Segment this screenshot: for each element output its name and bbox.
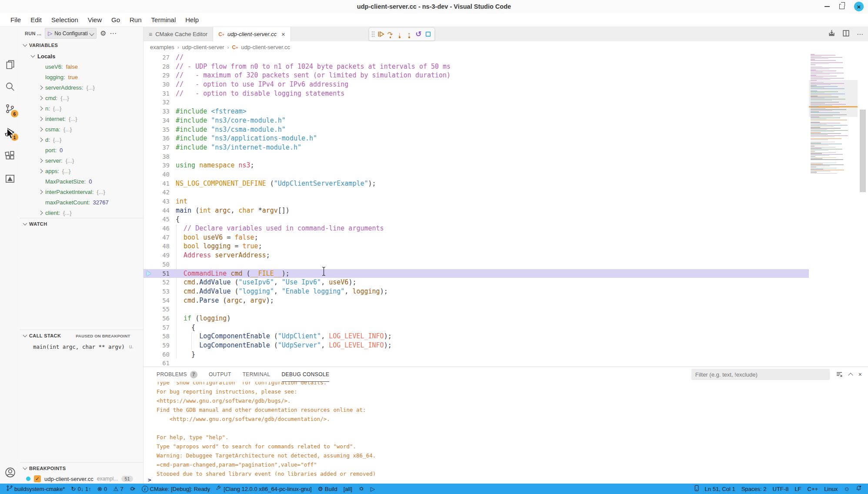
start-debugging-icon[interactable]: ▷ bbox=[48, 30, 52, 37]
breadcrumb-item[interactable]: examples bbox=[150, 44, 174, 50]
menu-help[interactable]: Help bbox=[180, 16, 204, 23]
variable-row[interactable]: serverAddress:{...} bbox=[20, 82, 143, 93]
sidebar-item-cmake[interactable] bbox=[0, 168, 20, 189]
variable-row[interactable]: interPacketInterval:{...} bbox=[20, 187, 143, 197]
more-actions-icon[interactable]: ⋯ bbox=[857, 30, 864, 38]
status-smiley-button[interactable]: ☺ bbox=[841, 484, 853, 494]
minimize-icon[interactable] bbox=[825, 6, 830, 7]
status-bug-button[interactable] bbox=[355, 484, 367, 494]
variable-row[interactable]: logging:true bbox=[20, 72, 143, 82]
close-panel-icon[interactable]: × bbox=[858, 371, 862, 378]
debug-settings-gear-icon[interactable]: ⚙ bbox=[100, 29, 106, 37]
tab-cmake-cache-editor[interactable]: ≡ CMake Cache Editor bbox=[144, 27, 213, 41]
variable-row[interactable]: apps:{...} bbox=[20, 166, 143, 176]
status-0-1[interactable]: ↻0↓ 1↑ bbox=[68, 484, 94, 494]
breakpoints-section-header[interactable]: BREAKPOINTS bbox=[20, 462, 143, 474]
status-cmake-debug-ready[interactable]: iCMake: [Debug]: Ready bbox=[139, 484, 214, 494]
status-all[interactable]: [all] bbox=[341, 484, 355, 494]
variable-row[interactable]: useV6:false bbox=[20, 61, 143, 72]
sidebar-item-extensions[interactable] bbox=[0, 145, 20, 166]
close-tab-icon[interactable]: × bbox=[281, 30, 285, 38]
variable-value: {...} bbox=[69, 116, 77, 122]
status-debug-button[interactable] bbox=[127, 484, 139, 494]
console-prompt[interactable]: > bbox=[148, 477, 151, 483]
variable-row[interactable]: client:{...} bbox=[20, 207, 143, 218]
tab-output[interactable]: OUTPUT bbox=[209, 367, 231, 382]
tab-udp-client-server[interactable]: C+ udp-client-server.cc × bbox=[213, 27, 291, 41]
code-text: main (int argc, char *argv[]) bbox=[170, 206, 290, 215]
call-stack-frame[interactable]: main(int argc, char ** argv) u. bbox=[20, 341, 143, 352]
maximize-panel-icon[interactable] bbox=[849, 372, 852, 377]
variable-row[interactable]: server:{...} bbox=[20, 155, 143, 166]
editor-scrollbar[interactable] bbox=[858, 53, 868, 367]
variables-section-header[interactable]: VARIABLES bbox=[20, 40, 143, 51]
variable-row[interactable]: cmd:{...} bbox=[20, 93, 143, 103]
variable-name: apps: bbox=[45, 168, 59, 174]
debug-more-actions-icon[interactable]: ⋯ bbox=[110, 29, 117, 37]
status-spaces-2[interactable]: Spaces: 2 bbox=[738, 484, 770, 494]
sidebar-item-source-control[interactable]: 6 bbox=[0, 98, 20, 119]
status-build[interactable]: ⚙Build bbox=[315, 484, 341, 494]
continue-button[interactable] bbox=[377, 30, 385, 39]
tab-debug-console[interactable]: DEBUG CONSOLE bbox=[282, 367, 330, 382]
status-device-button[interactable] bbox=[691, 484, 702, 494]
variable-row[interactable]: n:{...} bbox=[20, 103, 143, 113]
menu-run[interactable]: Run bbox=[125, 16, 147, 23]
code-line: 30// - option to use IPv4 or IPv6 addres… bbox=[144, 80, 868, 89]
import-tray-icon[interactable] bbox=[828, 30, 835, 39]
debug-config-dropdown[interactable]: ▷ No Configurati bbox=[45, 28, 97, 39]
status-c++[interactable]: C++ bbox=[805, 484, 821, 494]
watch-section-header[interactable]: WATCH bbox=[20, 218, 143, 230]
sidebar-item-explorer[interactable] bbox=[0, 54, 20, 75]
breakpoint-checkbox[interactable]: ✓ bbox=[34, 475, 41, 482]
status-ln-51-col-1[interactable]: Ln 51, Col 1 bbox=[702, 484, 738, 494]
locals-scope-row[interactable]: Locals bbox=[20, 51, 143, 61]
menu-edit[interactable]: Edit bbox=[26, 16, 47, 23]
stop-button[interactable] bbox=[424, 30, 432, 39]
step-out-button[interactable]: ↑ bbox=[405, 30, 413, 39]
menu-file[interactable]: File bbox=[6, 16, 26, 23]
tab-terminal[interactable]: TERMINAL bbox=[243, 367, 270, 382]
menu-selection[interactable]: Selection bbox=[47, 16, 83, 23]
breadcrumb-item[interactable]: udp-client-server.cc bbox=[241, 44, 290, 50]
variable-row[interactable]: MaxPacketSize:0 bbox=[20, 176, 143, 187]
close-icon[interactable]: × bbox=[854, 2, 864, 11]
line-number: 36 bbox=[155, 134, 170, 143]
status-linux[interactable]: Linux bbox=[821, 484, 841, 494]
account-button[interactable] bbox=[0, 462, 20, 483]
status-lf[interactable]: LF bbox=[791, 484, 804, 494]
minimap[interactable] bbox=[809, 53, 858, 367]
sidebar-item-search[interactable] bbox=[0, 76, 20, 97]
restart-button[interactable]: ↺ bbox=[414, 30, 423, 39]
code-editor[interactable]: 27//28// - UDP flow from n0 to n1 of 102… bbox=[144, 53, 868, 367]
menu-go[interactable]: Go bbox=[107, 16, 125, 23]
status-buildsystem-cmake[interactable]: buildsystem-cmake* bbox=[3, 484, 68, 494]
status-bell-button[interactable] bbox=[853, 484, 865, 494]
status-clang-12-0-0-x86-64-pc-linux-gnu[interactable]: [Clang 12.0.0 x86_64-pc-linux-gnu] bbox=[213, 484, 314, 494]
variable-row[interactable]: csma:{...} bbox=[20, 124, 143, 134]
menu-terminal[interactable]: Terminal bbox=[147, 16, 181, 23]
step-into-button[interactable]: ↓ bbox=[395, 30, 404, 39]
tab-problems[interactable]: PROBLEMS 7 bbox=[157, 367, 197, 382]
variable-row[interactable]: maxPacketCount:32767 bbox=[20, 197, 143, 207]
split-editor-icon[interactable] bbox=[842, 30, 850, 39]
variable-row[interactable]: port:0 bbox=[20, 145, 143, 155]
status-0[interactable]: ⊗0 bbox=[94, 484, 110, 494]
console-filter-input[interactable] bbox=[691, 369, 830, 380]
menu-view[interactable]: View bbox=[83, 16, 107, 23]
restore-icon[interactable] bbox=[839, 4, 845, 9]
variable-name: MaxPacketSize: bbox=[45, 178, 86, 185]
variable-row[interactable]: d:{...} bbox=[20, 134, 143, 145]
breadcrumb-item[interactable]: udp-client-server bbox=[182, 44, 224, 50]
status-play-button[interactable]: ▷ bbox=[367, 484, 378, 494]
call-stack-section-header[interactable]: CALL STACK PAUSED ON BREAKPOINT bbox=[20, 330, 143, 341]
breakpoint-row[interactable]: ✓ udp-client-server.cc exampl... 51 bbox=[20, 474, 143, 484]
status-7[interactable]: ⚠7 bbox=[110, 484, 126, 494]
step-over-button[interactable]: ↷ bbox=[386, 30, 394, 39]
scrollbar-thumb[interactable] bbox=[860, 110, 866, 192]
variable-row[interactable]: internet:{...} bbox=[20, 113, 143, 124]
run-and-debug-label: RUN ... bbox=[25, 31, 41, 36]
status-utf-8[interactable]: UTF-8 bbox=[770, 484, 792, 494]
clear-console-icon[interactable] bbox=[836, 371, 843, 378]
drag-grip-icon[interactable] bbox=[371, 31, 374, 37]
